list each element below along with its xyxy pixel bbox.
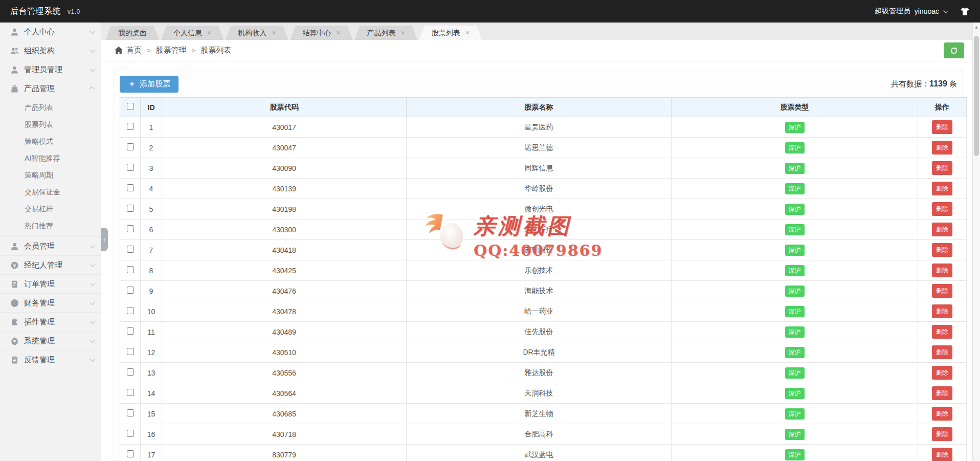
cell-stock-name: DR丰光精 — [407, 342, 672, 363]
row-checkbox[interactable] — [127, 307, 134, 314]
row-checkbox[interactable] — [127, 327, 134, 335]
breadcrumb-item[interactable]: 首页 — [126, 46, 142, 54]
delete-button[interactable]: 删除 — [932, 386, 952, 400]
sidebar-item[interactable]: 系统管理 — [0, 332, 101, 350]
tab-close-icon[interactable]: × — [465, 29, 470, 36]
tab[interactable]: 结算中心 × — [290, 26, 352, 40]
sidebar-item-label: 财务管理 — [24, 298, 55, 308]
vertical-scrollbar[interactable]: ▲ — [972, 23, 980, 461]
tab-close-icon[interactable]: × — [207, 29, 211, 36]
sidebar-sub-item[interactable]: 交易杠杆 — [0, 201, 101, 217]
tab[interactable]: 我的桌面 — [106, 26, 159, 40]
delete-button[interactable]: 删除 — [932, 345, 952, 359]
tab-label: 结算中心 — [302, 26, 331, 40]
stock-type-badge: 深沪 — [785, 408, 805, 420]
delete-button[interactable]: 删除 — [932, 304, 952, 318]
sidebar-item[interactable]: 反馈管理 — [0, 350, 101, 369]
row-checkbox[interactable] — [127, 389, 134, 396]
cell-id: 16 — [141, 424, 162, 445]
row-checkbox[interactable] — [127, 266, 134, 273]
cell-stock-code: 430478 — [162, 301, 407, 322]
sidebar-sub-item[interactable]: 热门推荐 — [0, 217, 101, 234]
tab[interactable]: 机构收入 × — [226, 26, 288, 40]
user-menu[interactable]: 超级管理员 yinuoac — [875, 7, 947, 16]
sidebar-sub-item[interactable]: 产品列表 — [0, 99, 101, 116]
sidebar-collapse-handle[interactable]: ‹ — [101, 228, 108, 251]
delete-button[interactable]: 删除 — [932, 325, 952, 339]
row-checkbox[interactable] — [127, 225, 134, 232]
org-icon — [10, 47, 19, 55]
row-checkbox[interactable] — [127, 123, 134, 130]
scrollbar-up-arrow-icon[interactable]: ▲ — [973, 25, 980, 30]
delete-button[interactable]: 删除 — [932, 284, 952, 298]
sidebar-item[interactable]: 财务管理 — [0, 294, 101, 313]
sidebar-item[interactable]: 管理员管理 — [0, 60, 101, 79]
row-checkbox[interactable] — [127, 409, 134, 416]
tab[interactable]: 股票列表 × — [419, 26, 482, 40]
scrollbar-thumb[interactable] — [974, 36, 979, 156]
sidebar-sub-item[interactable]: 股票列表 — [0, 116, 101, 133]
breadcrumb-item: 股票列表 — [201, 46, 231, 54]
delete-button[interactable]: 删除 — [932, 427, 952, 441]
sidebar-item[interactable]: 产品管理 — [0, 79, 101, 98]
row-checkbox[interactable] — [127, 430, 134, 437]
feedback-icon — [10, 356, 19, 364]
row-checkbox[interactable] — [127, 450, 134, 457]
add-stock-button[interactable]: ＋ 添加股票 — [120, 76, 179, 93]
tab[interactable]: 个人信息 × — [161, 26, 224, 40]
delete-button[interactable]: 删除 — [932, 366, 952, 380]
breadcrumb-bar: 首页>股票管理>股票列表 — [101, 40, 980, 61]
row-checkbox[interactable] — [127, 348, 134, 355]
delete-button[interactable]: 删除 — [932, 202, 952, 216]
row-checkbox[interactable] — [127, 143, 134, 150]
cell-stock-name: 华岭股份 — [407, 179, 672, 199]
sidebar-sub-item[interactable]: 策略模式 — [0, 133, 101, 150]
breadcrumb-item[interactable]: 股票管理 — [156, 46, 187, 54]
chevron-down-icon — [90, 262, 95, 267]
row-checkbox[interactable] — [127, 205, 134, 212]
sidebar-sub-item[interactable]: 策略周期 — [0, 167, 101, 184]
sidebar-item[interactable]: 订单管理 — [0, 275, 101, 294]
row-checkbox[interactable] — [127, 246, 134, 253]
sidebar-item[interactable]: 会员管理 — [0, 237, 101, 256]
sidebar-item-label: 经纪人管理 — [24, 260, 62, 270]
sidebar-item[interactable]: 插件管理 — [0, 313, 101, 332]
delete-button[interactable]: 删除 — [932, 264, 952, 277]
select-all-checkbox[interactable] — [127, 103, 134, 110]
table-row: 17 830779 武汉蓝电 深沪 删除 — [120, 445, 967, 461]
cell-stock-code: 430718 — [162, 424, 407, 445]
sidebar-item-label: 插件管理 — [24, 317, 55, 327]
delete-button[interactable]: 删除 — [932, 407, 952, 421]
row-checkbox[interactable] — [127, 287, 134, 294]
stock-type-badge: 深沪 — [785, 388, 805, 399]
tab-close-icon[interactable]: × — [401, 29, 405, 36]
chevron-down-icon — [90, 319, 95, 324]
row-checkbox[interactable] — [127, 368, 134, 376]
cell-id: 3 — [141, 158, 162, 179]
cell-stock-code: 430556 — [162, 363, 407, 383]
delete-button[interactable]: 删除 — [932, 223, 952, 236]
delete-button[interactable]: 删除 — [932, 141, 952, 155]
tab[interactable]: 产品列表 × — [355, 26, 417, 40]
chevron-down-icon — [90, 281, 95, 286]
sidebar-item[interactable]: 个人中心 — [0, 23, 101, 41]
cell-stock-name: 苏轴股份 — [407, 240, 672, 260]
tab-close-icon[interactable]: × — [336, 29, 340, 36]
row-checkbox[interactable] — [127, 164, 134, 171]
delete-button[interactable]: 删除 — [932, 120, 952, 134]
cell-id: 15 — [141, 404, 162, 424]
sidebar-sub-item[interactable]: AI智能推荐 — [0, 150, 101, 167]
tab-close-icon[interactable]: × — [272, 29, 276, 36]
refresh-button[interactable] — [944, 42, 964, 58]
sidebar-sub-item[interactable]: 交易保证金 — [0, 184, 101, 201]
table-row: 16 430718 合肥高科 深沪 删除 — [120, 424, 967, 445]
delete-button[interactable]: 删除 — [932, 182, 952, 195]
delete-button[interactable]: 删除 — [932, 243, 952, 257]
sidebar-item[interactable]: 组织架构 — [0, 41, 101, 60]
delete-button[interactable]: 删除 — [932, 448, 952, 461]
sidebar-item[interactable]: 经纪人管理 — [0, 256, 101, 275]
theme-tshirt-icon[interactable] — [960, 7, 970, 16]
row-checkbox[interactable] — [127, 184, 134, 191]
delete-button[interactable]: 删除 — [932, 161, 952, 175]
cell-stock-name: 星昊医药 — [407, 117, 672, 138]
